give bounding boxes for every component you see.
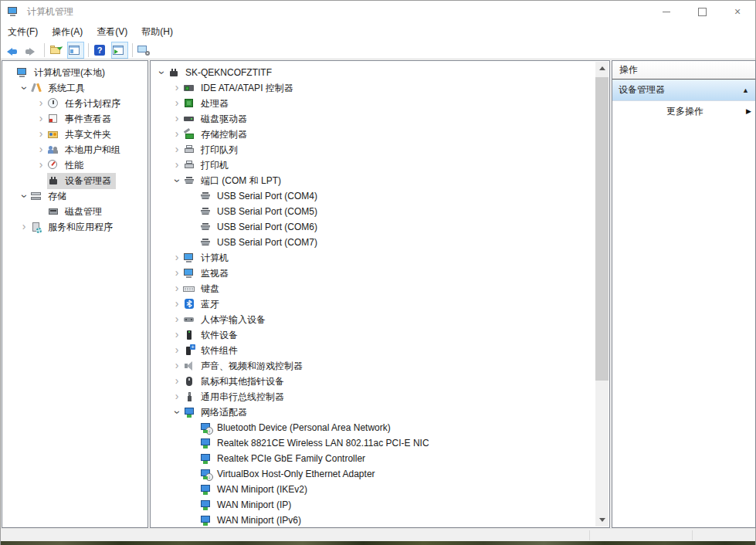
expanded-chevron-icon[interactable]: › — [171, 174, 183, 187]
device-item-realtek-gbe[interactable]: Realtek PCIe GbE Family Controller — [151, 451, 609, 466]
console-tree-toggle-button[interactable] — [67, 42, 84, 59]
export-button[interactable] — [49, 42, 66, 59]
device-category-monitors[interactable]: ›监视器 — [151, 266, 609, 281]
device-category-ports[interactable]: ›端口 (COM 和 LPT) — [151, 173, 609, 188]
collapsed-chevron-icon[interactable]: › — [171, 144, 183, 156]
expanded-chevron-icon[interactable]: › — [171, 406, 183, 418]
device-category-computer[interactable]: ›计算机 — [151, 250, 609, 266]
collapsed-chevron-icon[interactable]: › — [171, 267, 183, 279]
device-category-printers[interactable]: ›打印机 — [151, 157, 609, 173]
disk-management-icon — [47, 205, 59, 218]
collapsed-chevron-icon[interactable]: › — [171, 391, 183, 403]
vertical-scrollbar[interactable] — [595, 62, 609, 526]
collapsed-chevron-icon[interactable]: › — [171, 159, 183, 171]
sidebar-item-system-tools[interactable]: ›系统工具 — [2, 80, 147, 96]
disk-drive-icon — [183, 113, 195, 125]
device-item-com5[interactable]: USB Serial Port (COM5) — [151, 204, 609, 219]
expanded-chevron-icon[interactable]: › — [18, 190, 30, 202]
device-category-usb[interactable]: ›通用串行总线控制器 — [151, 389, 609, 405]
collapsed-chevron-icon[interactable]: › — [35, 128, 47, 140]
scroll-down-button[interactable] — [595, 513, 609, 526]
collapsed-chevron-icon[interactable]: › — [171, 298, 183, 310]
device-category-hid[interactable]: ›人体学输入设备 — [151, 312, 609, 327]
close-button[interactable]: × — [720, 1, 755, 22]
collapsed-chevron-icon[interactable]: › — [171, 252, 183, 264]
actions-group-device-manager[interactable]: 设备管理器 ▲ — [612, 80, 755, 101]
expanded-chevron-icon[interactable]: › — [155, 66, 168, 79]
device-item-wan-ikev2[interactable]: WAN Miniport (IKEv2) — [151, 482, 609, 497]
sidebar-item-services[interactable]: ›服务和应用程序 — [2, 219, 147, 235]
collapsed-chevron-icon[interactable]: › — [171, 313, 183, 326]
maximize-button[interactable] — [684, 1, 720, 22]
collapsed-chevron-icon[interactable]: › — [35, 159, 47, 171]
sidebar-item-computer-management[interactable]: ›计算机管理(本地) — [2, 65, 147, 80]
device-category-keyboards[interactable]: ›键盘 — [151, 281, 609, 296]
device-item-com6[interactable]: USB Serial Port (COM6) — [151, 219, 609, 235]
menu-file[interactable]: 文件(F) — [1, 23, 45, 41]
collapsed-chevron-icon[interactable]: › — [171, 344, 183, 357]
sidebar-item-disk-management[interactable]: ›磁盘管理 — [2, 204, 147, 219]
device-item-com4[interactable]: USB Serial Port (COM4) — [151, 188, 609, 204]
collapsed-chevron-icon[interactable]: › — [171, 283, 183, 295]
device-manager-icon — [47, 174, 59, 187]
device-item-bluetooth-pan[interactable]: ↓Bluetooth Device (Personal Area Network… — [151, 420, 609, 435]
device-item-com7[interactable]: USB Serial Port (COM7) — [151, 235, 609, 250]
device-category-disk-drives[interactable]: ›磁盘驱动器 — [151, 111, 609, 127]
sidebar-item-performance[interactable]: ›性能 — [2, 157, 147, 173]
item-label: 存储控制器 — [198, 127, 249, 142]
sidebar-item-event-viewer[interactable]: ›事件查看器 — [2, 111, 147, 127]
device-item-virtualbox-adapter[interactable]: ↓VirtualBox Host-Only Ethernet Adapter — [151, 466, 609, 482]
device-item-wan-ipv6[interactable]: WAN Miniport (IPv6) — [151, 513, 609, 528]
back-button[interactable] — [5, 42, 22, 59]
device-category-storage-controllers[interactable]: ›存储控制器 — [151, 127, 609, 142]
menu-view[interactable]: 查看(V) — [90, 23, 134, 41]
device-category-sound[interactable]: ›声音、视频和游戏控制器 — [151, 358, 609, 374]
actions-group-title: 设备管理器 — [619, 83, 665, 96]
minimize-button[interactable] — [649, 1, 684, 22]
action-pane-toggle-button[interactable] — [111, 42, 128, 59]
sidebar-item-task-scheduler[interactable]: ›任务计划程序 — [2, 96, 147, 111]
device-category-processors[interactable]: ›处理器 — [151, 96, 609, 111]
collapsed-chevron-icon[interactable]: › — [171, 360, 183, 372]
collapsed-chevron-icon[interactable]: › — [171, 97, 183, 110]
collapsed-chevron-icon[interactable]: › — [171, 128, 183, 140]
scroll-up-button[interactable] — [595, 62, 609, 75]
forward-button[interactable] — [23, 42, 40, 59]
device-category-network-adapters[interactable]: ›网络适配器 — [151, 405, 609, 420]
more-actions-item[interactable]: 更多操作 ▶ — [612, 101, 755, 121]
device-search-button[interactable] — [137, 42, 154, 59]
collapsed-chevron-icon[interactable]: › — [35, 97, 47, 110]
menu-action[interactable]: 操作(A) — [45, 23, 90, 41]
device-tree-root[interactable]: ›SK-QEKNCOFZTITF — [151, 65, 609, 80]
menu-help[interactable]: 帮助(H) — [134, 23, 180, 41]
collapsed-chevron-icon[interactable]: › — [171, 113, 183, 125]
collapsed-chevron-icon[interactable]: › — [35, 144, 47, 156]
sidebar-item-shared-folders[interactable]: ›共享文件夹 — [2, 127, 147, 142]
processor-icon — [183, 97, 195, 110]
sidebar-item-device-manager[interactable]: ›设备管理器 — [2, 173, 147, 188]
item-label: 设备管理器 — [63, 174, 114, 188]
sidebar-item-storage[interactable]: ›存储 — [2, 188, 147, 204]
item-label: 性能 — [63, 158, 86, 173]
help-button[interactable] — [93, 42, 110, 59]
collapsed-chevron-icon[interactable]: › — [171, 375, 183, 388]
collapsed-chevron-icon[interactable]: › — [35, 113, 47, 125]
window-controls: × — [649, 1, 755, 22]
device-category-software-devices[interactable]: ›软件设备 — [151, 327, 609, 343]
device-category-print-queues[interactable]: ›打印队列 — [151, 142, 609, 157]
collapsed-chevron-icon[interactable]: › — [18, 221, 30, 233]
collapse-chevron-icon[interactable]: ▲ — [742, 86, 749, 94]
collapsed-chevron-icon[interactable]: › — [171, 329, 183, 341]
device-category-ide[interactable]: ›IDE ATA/ATAPI 控制器 — [151, 80, 609, 96]
expanded-chevron-icon[interactable]: › — [18, 82, 30, 94]
device-item-realtek-wireless[interactable]: Realtek 8821CE Wireless LAN 802.11ac PCI… — [151, 435, 609, 451]
device-category-bluetooth[interactable]: ›蓝牙 — [151, 296, 609, 312]
device-category-software-components[interactable]: ›软件组件 — [151, 343, 609, 358]
software-device-icon — [183, 329, 195, 341]
sidebar-item-local-users[interactable]: ›本地用户和组 — [2, 142, 147, 157]
item-label: 事件查看器 — [63, 112, 114, 127]
device-category-mice[interactable]: ›鼠标和其他指针设备 — [151, 374, 609, 389]
device-item-wan-ip[interactable]: WAN Miniport (IP) — [151, 497, 609, 513]
scrollbar-thumb[interactable] — [595, 77, 609, 381]
collapsed-chevron-icon[interactable]: › — [171, 82, 183, 94]
